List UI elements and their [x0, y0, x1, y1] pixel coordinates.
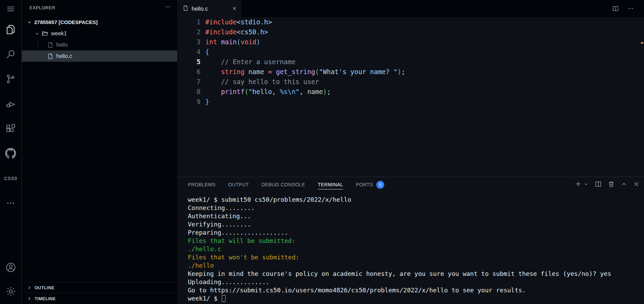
terminal-line: ./hello: [188, 261, 642, 270]
terminal-line: week1/ $ submit50 cs50/problems/2022/x/h…: [188, 196, 642, 204]
file-icon: [47, 42, 53, 48]
tree-file-hello-c[interactable]: hello.c: [22, 50, 177, 62]
overview-ruler-mark: [641, 42, 643, 44]
line-number: 4: [177, 47, 201, 57]
terminal-dropdown-chevron-icon[interactable]: [584, 182, 588, 186]
code-line[interactable]: 7 // say hello to this user: [177, 77, 639, 87]
more-actions-icon[interactable]: [628, 5, 634, 12]
terminal-cursor: [222, 295, 226, 302]
github-icon[interactable]: [0, 147, 21, 160]
tab-hello-c[interactable]: hello.c ✕: [177, 0, 241, 17]
new-terminal-icon[interactable]: [575, 180, 582, 187]
editor-group: hello.c ✕ 1#include<stdio.h>2#include<cs…: [177, 0, 644, 177]
editor-code[interactable]: 1#include<stdio.h>2#include<cs50.h>3int …: [177, 17, 639, 177]
close-tab-icon[interactable]: ✕: [232, 5, 236, 12]
code-line[interactable]: 8 printf("hello, %s\n", name);: [177, 87, 639, 97]
panel-tab-problems[interactable]: PROBLEMS: [188, 178, 216, 191]
bottom-panel: PROBLEMSOUTPUTDEBUG CONSOLETERMINALPORTS…: [177, 177, 644, 304]
sidebar-explorer: EXPLORER 27855657 [CODESPACES]: [22, 0, 177, 304]
panel-tab-label: DEBUG CONSOLE: [262, 182, 305, 187]
extensions-icon[interactable]: [0, 122, 21, 135]
chevron-down-icon: [27, 20, 32, 25]
terminal-line: Uploading.............: [188, 278, 642, 286]
terminal-output[interactable]: week1/ $ submit50 cs50/problems/2022/x/h…: [188, 196, 642, 304]
settings-gear-icon[interactable]: [0, 285, 21, 297]
chevron-right-icon: [27, 296, 32, 301]
panel-tab-debug-console[interactable]: DEBUG CONSOLE: [262, 178, 305, 191]
account-icon[interactable]: [0, 261, 21, 273]
tree-folder-week1[interactable]: week1: [22, 28, 177, 39]
editor-tab-bar: hello.c ✕: [177, 0, 644, 17]
panel-actions: [575, 180, 639, 187]
code-line[interactable]: 6 string name = get_string("What's your …: [177, 67, 639, 77]
line-number: 6: [177, 67, 201, 77]
cs50-label: CS50: [4, 176, 17, 181]
explorer-icon[interactable]: [0, 23, 21, 36]
tree-root-codespaces[interactable]: 27855657 [CODESPACES]: [22, 16, 177, 28]
source-control-icon[interactable]: [0, 73, 21, 85]
file-label: hello.c: [56, 53, 72, 59]
timeline-label: TIMELINE: [35, 296, 56, 301]
split-terminal-icon[interactable]: [595, 181, 602, 187]
explorer-title: EXPLORER: [29, 5, 56, 10]
search-icon[interactable]: [0, 48, 21, 60]
outline-section[interactable]: OUTLINE: [22, 282, 177, 293]
menu-icon[interactable]: [0, 3, 21, 15]
code-line[interactable]: 9}: [177, 97, 639, 107]
file-tree: 27855657 [CODESPACES] week1 hello: [22, 16, 177, 62]
open-folder-icon: [42, 30, 48, 37]
chevron-down-icon: [34, 31, 40, 36]
file-icon: [183, 5, 189, 12]
root-label: 27855657 [CODESPACES]: [34, 19, 98, 25]
line-number: 8: [177, 87, 201, 97]
sidebar-sections: OUTLINE TIMELINE: [22, 282, 177, 304]
line-number: 2: [177, 27, 201, 37]
line-number: 7: [177, 77, 201, 87]
panel-tabs: PROBLEMSOUTPUTDEBUG CONSOLETERMINALPORTS…: [177, 177, 644, 192]
panel-tab-output[interactable]: OUTPUT: [228, 178, 249, 191]
file-label: hello: [56, 42, 68, 48]
more-views-icon[interactable]: [0, 197, 21, 209]
tab-label: hello.c: [192, 5, 208, 12]
terminal-line: week1/ $: [188, 294, 642, 303]
terminal-line: Files that will be submitted:: [188, 237, 642, 245]
terminal-line: Connecting........: [188, 204, 642, 212]
panel-tab-label: OUTPUT: [228, 182, 249, 187]
folder-label: week1: [51, 31, 67, 37]
terminal-line: Authenticating...: [188, 212, 642, 220]
split-editor-icon[interactable]: [612, 5, 619, 12]
outline-label: OUTLINE: [35, 285, 54, 290]
tree-file-hello[interactable]: hello: [22, 39, 177, 50]
panel-tab-ports[interactable]: PORTS5: [356, 177, 384, 193]
run-and-debug-icon[interactable]: [0, 98, 21, 110]
indent-guide: [38, 39, 38, 62]
cs50-view-icon[interactable]: CS50: [0, 172, 21, 185]
panel-tab-terminal[interactable]: TERMINAL: [318, 178, 343, 191]
line-number: 9: [177, 97, 201, 107]
code-line[interactable]: 2#include<cs50.h>: [177, 27, 639, 37]
terminal-line: Go to https://submit.cs50.io/users/momo4…: [188, 286, 642, 294]
line-number: 5: [177, 57, 201, 67]
panel-tab-label: PORTS: [356, 182, 373, 187]
panel-tab-label: TERMINAL: [318, 182, 343, 187]
code-line[interactable]: 5 // Enter a username: [177, 57, 639, 67]
activity-bar: CS50: [0, 0, 22, 304]
code-line[interactable]: 1#include<stdio.h>: [177, 17, 639, 27]
ports-badge: 5: [376, 181, 384, 189]
vscode-window: CS50 EXPLORER: [0, 0, 644, 304]
terminal-line: ./hello.c: [188, 245, 642, 253]
terminal-line: Preparing..................: [188, 229, 642, 237]
timeline-section[interactable]: TIMELINE: [22, 293, 177, 304]
terminal-line: Files that won't be submitted:: [188, 253, 642, 261]
file-icon: [47, 53, 53, 59]
line-number: 3: [177, 37, 201, 47]
panel-tab-label: PROBLEMS: [188, 182, 216, 187]
maximize-panel-chevron-up-icon[interactable]: [621, 181, 627, 187]
kill-terminal-trash-icon[interactable]: [608, 181, 615, 187]
line-number: 1: [177, 17, 201, 27]
code-line[interactable]: 4{: [177, 47, 639, 57]
code-line[interactable]: 3int main(void): [177, 37, 639, 47]
explorer-more-actions-icon[interactable]: [165, 4, 171, 11]
close-panel-icon[interactable]: [633, 181, 639, 187]
chevron-right-icon: [27, 285, 32, 290]
